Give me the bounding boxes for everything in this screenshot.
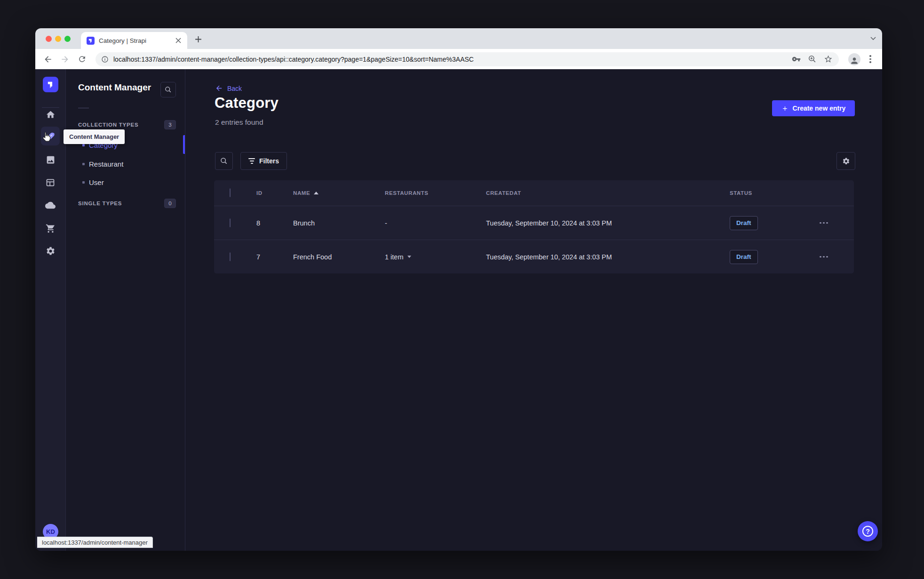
bullet-icon xyxy=(82,163,85,165)
strapi-logo[interactable] xyxy=(43,77,58,92)
collection-types-label: COLLECTION TYPES xyxy=(78,122,138,128)
question-mark-icon: ? xyxy=(862,526,873,537)
traffic-lights xyxy=(46,36,71,42)
filter-icon xyxy=(248,158,255,164)
close-window-button[interactable] xyxy=(46,36,52,42)
marketplace-cart-icon[interactable] xyxy=(41,219,60,238)
home-icon[interactable] xyxy=(41,105,60,124)
sidebar-item-restaurant[interactable]: Restaurant xyxy=(66,154,185,173)
main-content: Back Category 2 entries found Create new… xyxy=(185,69,882,551)
select-all-checkbox[interactable] xyxy=(230,188,231,197)
help-button[interactable]: ? xyxy=(858,521,878,541)
subnav-title: Content Manager xyxy=(78,82,151,93)
column-header-status[interactable]: STATUS xyxy=(730,190,819,196)
content-manager-tooltip: Content Manager xyxy=(64,129,125,144)
url-text: localhost:1337/admin/content-manager/col… xyxy=(113,56,786,63)
back-button[interactable] xyxy=(41,52,55,66)
filters-button[interactable]: Filters xyxy=(240,152,287,170)
column-header-id[interactable]: ID xyxy=(256,190,293,196)
fullscreen-window-button[interactable] xyxy=(64,36,71,42)
status-badge: Draft xyxy=(730,250,758,264)
reload-button[interactable] xyxy=(75,52,89,66)
create-new-entry-button[interactable]: Create new entry xyxy=(772,100,855,116)
single-types-count-badge: 0 xyxy=(164,199,176,208)
link-status-bar: localhost:1337/admin/content-manager xyxy=(37,537,153,548)
browser-profile-avatar[interactable] xyxy=(848,53,860,65)
table-settings-button[interactable] xyxy=(836,152,855,170)
back-link[interactable]: Back xyxy=(215,84,242,92)
row-checkbox[interactable] xyxy=(230,218,231,227)
tab-close-icon[interactable] xyxy=(174,36,183,45)
column-header-restaurants[interactable]: RESTAURANTS xyxy=(385,190,486,196)
browser-window: Category | Strapi localhost:1337/admin/c… xyxy=(35,28,882,551)
entries-table: ID NAME RESTAURANTS CREATEDAT STATUS 8 B… xyxy=(214,180,854,273)
cell-createdat: Tuesday, September 10, 2024 at 3:03 PM xyxy=(486,219,730,227)
url-bar[interactable]: localhost:1337/admin/content-manager/col… xyxy=(96,52,839,66)
subnav-divider xyxy=(78,108,89,108)
back-label: Back xyxy=(227,85,242,92)
mouse-cursor-hand-icon xyxy=(41,131,52,143)
password-key-icon[interactable] xyxy=(790,53,802,65)
table-row[interactable]: 7 French Food 1 item Tuesday, September … xyxy=(214,240,854,273)
cell-createdat: Tuesday, September 10, 2024 at 3:03 PM xyxy=(486,253,730,261)
strapi-favicon-icon xyxy=(87,37,95,45)
browser-tab[interactable]: Category | Strapi xyxy=(81,32,187,49)
tab-title: Category | Strapi xyxy=(99,37,174,44)
cell-name: Brunch xyxy=(293,219,385,227)
zoom-icon[interactable] xyxy=(806,53,818,65)
cell-id: 8 xyxy=(256,219,293,227)
chevron-down-icon xyxy=(407,256,411,258)
site-info-icon[interactable] xyxy=(101,56,109,63)
entries-count: 2 entries found xyxy=(215,118,263,127)
new-tab-button[interactable] xyxy=(193,34,203,44)
row-actions-menu-icon[interactable] xyxy=(820,222,828,224)
minimize-window-button[interactable] xyxy=(55,36,61,42)
column-header-createdat[interactable]: CREATEDAT xyxy=(486,190,730,196)
cell-id: 7 xyxy=(256,253,293,261)
settings-gear-icon[interactable] xyxy=(41,241,60,260)
row-checkbox[interactable] xyxy=(230,252,231,261)
active-item-indicator xyxy=(183,135,185,154)
page-title: Category xyxy=(215,95,279,112)
collection-types-count-badge: 3 xyxy=(164,120,176,129)
strapi-admin: KD Content Manager COLLECTION TYPES 3 Ca… xyxy=(35,69,882,551)
subnav-search-button[interactable] xyxy=(160,82,176,97)
browser-toolbar: localhost:1337/admin/content-manager/col… xyxy=(35,49,882,69)
cell-restaurants[interactable]: 1 item xyxy=(385,253,486,261)
table-header-row: ID NAME RESTAURANTS CREATEDAT STATUS xyxy=(214,180,854,206)
single-types-label: SINGLE TYPES xyxy=(78,201,122,206)
bullet-icon xyxy=(82,144,85,146)
content-type-builder-icon[interactable] xyxy=(41,173,60,192)
bullet-icon xyxy=(82,181,85,184)
tab-strip: Category | Strapi xyxy=(35,28,882,49)
row-actions-menu-icon[interactable] xyxy=(820,256,828,258)
cell-name: French Food xyxy=(293,253,385,261)
cloud-icon[interactable] xyxy=(41,196,60,215)
sidebar-item-user[interactable]: User xyxy=(66,173,185,192)
sort-ascending-icon xyxy=(314,192,319,194)
table-search-button[interactable] xyxy=(215,152,233,170)
table-row[interactable]: 8 Brunch - Tuesday, September 10, 2024 a… xyxy=(214,206,854,240)
browser-menu-icon[interactable] xyxy=(865,53,876,65)
cell-restaurants: - xyxy=(385,219,486,227)
bookmark-star-icon[interactable] xyxy=(822,53,834,65)
media-library-icon[interactable] xyxy=(41,150,60,169)
tab-search-chevron-icon[interactable] xyxy=(870,35,876,41)
forward-button[interactable] xyxy=(58,52,72,66)
column-header-name[interactable]: NAME xyxy=(293,190,385,196)
collection-types-group: COLLECTION TYPES 3 xyxy=(78,120,176,129)
single-types-group: SINGLE TYPES 0 xyxy=(78,199,176,208)
status-badge: Draft xyxy=(730,216,758,230)
